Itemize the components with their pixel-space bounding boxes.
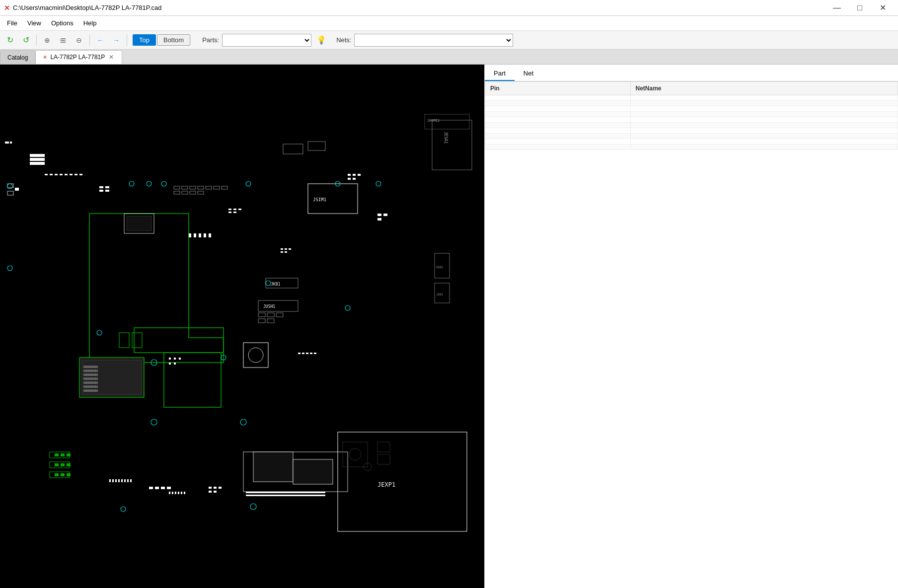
tab-schematic-icon: ✕ — [43, 54, 47, 61]
minimize-button[interactable]: — — [825, 0, 848, 16]
parts-select[interactable] — [222, 34, 311, 47]
maximize-button[interactable]: □ — [848, 0, 871, 16]
view-toggle: Top Bottom — [133, 34, 190, 46]
svg-rect-136 — [155, 487, 159, 489]
svg-rect-139 — [209, 487, 212, 489]
svg-text:JKB1: JKB1 — [271, 282, 280, 287]
tab-schematic-label: LA-7782P LA-7781P — [50, 54, 105, 61]
refresh2-button[interactable]: ↺ — [19, 33, 33, 47]
svg-rect-132 — [306, 353, 308, 354]
nets-label: Nets: — [336, 36, 351, 44]
part-net-tbody — [485, 95, 898, 150]
table-row — [485, 128, 898, 134]
tab-part[interactable]: Part — [485, 67, 515, 81]
svg-rect-125 — [281, 248, 283, 250]
nets-group: Nets: — [336, 34, 513, 47]
svg-rect-160 — [246, 492, 325, 493]
zoom-out-button[interactable]: ⊖ — [72, 33, 86, 47]
svg-rect-39 — [70, 174, 73, 175]
refresh-button[interactable]: ↻ — [3, 33, 17, 47]
svg-text:JEXP1: JEXP1 — [377, 481, 395, 488]
svg-rect-34 — [45, 174, 48, 175]
svg-rect-71 — [67, 463, 71, 466]
menu-options[interactable]: Options — [46, 17, 78, 29]
svg-rect-128 — [281, 251, 283, 253]
close-button[interactable]: ✕ — [871, 0, 894, 16]
toolbar: ↻ ↺ ⊕ ⊞ ⊖ ← → Top Bottom Parts: 💡 Nets: — [0, 31, 898, 50]
svg-text:████████████: ████████████ — [83, 369, 98, 372]
main-layout: JHDMI1 JESA1 JSIM1 — [0, 65, 898, 588]
svg-rect-0 — [0, 114, 484, 538]
canvas-area[interactable]: JHDMI1 JESA1 JSIM1 — [0, 65, 484, 588]
svg-rect-159 — [184, 492, 185, 494]
toolbar-separator-2 — [89, 34, 90, 46]
tab-schematic[interactable]: ✕ LA-7782P LA-7781P ✕ — [35, 50, 122, 64]
svg-rect-74 — [61, 473, 65, 476]
svg-rect-55 — [233, 212, 236, 213]
tab-net-label: Net — [524, 70, 533, 77]
svg-rect-63 — [377, 218, 381, 220]
svg-rect-46 — [189, 233, 191, 237]
table-row — [485, 139, 898, 145]
svg-rect-61 — [377, 214, 381, 216]
menu-view[interactable]: View — [22, 17, 46, 29]
parts-group: Parts: 💡 — [202, 33, 328, 47]
table-row — [485, 145, 898, 150]
svg-text:████████████: ████████████ — [83, 377, 98, 380]
svg-text:████████████: ████████████ — [83, 385, 98, 388]
svg-rect-53 — [238, 209, 241, 210]
bottom-view-button[interactable]: Bottom — [157, 34, 190, 46]
part-net-table: Pin NetName — [485, 81, 898, 150]
svg-text:U881: U881 — [436, 265, 444, 269]
zoom-in-button[interactable]: ⊕ — [40, 33, 54, 47]
svg-rect-143 — [214, 491, 217, 493]
svg-rect-151 — [124, 479, 126, 482]
svg-rect-73 — [55, 473, 59, 476]
svg-rect-44 — [99, 190, 103, 192]
svg-rect-13 — [30, 162, 45, 165]
menu-file[interactable]: File — [2, 17, 22, 29]
table-row — [485, 106, 898, 112]
top-view-button[interactable]: Top — [133, 34, 156, 46]
fit-button[interactable]: ⊞ — [56, 33, 70, 47]
svg-rect-12 — [30, 158, 45, 161]
tab-net[interactable]: Net — [515, 67, 542, 81]
svg-text:████████████: ████████████ — [83, 389, 98, 392]
svg-rect-156 — [175, 492, 176, 494]
svg-rect-137 — [161, 487, 165, 489]
svg-text:J881: J881 — [436, 293, 444, 296]
svg-rect-145 — [293, 459, 333, 484]
menu-help[interactable]: Help — [78, 17, 102, 29]
svg-rect-49 — [204, 233, 206, 237]
svg-rect-70 — [61, 463, 65, 466]
svg-text:JHDMI1: JHDMI1 — [427, 119, 440, 123]
svg-rect-152 — [127, 479, 129, 482]
svg-rect-127 — [289, 248, 291, 250]
svg-rect-16 — [15, 188, 19, 191]
titlebar: ✕ C:\Users\macmini\Desktop\LA-7782P LA-7… — [0, 0, 898, 16]
table-row — [485, 123, 898, 128]
col-netname: NetName — [630, 82, 898, 95]
svg-rect-134 — [314, 353, 316, 354]
forward-button[interactable]: → — [109, 33, 123, 47]
svg-rect-45 — [105, 190, 109, 192]
tab-close-button[interactable]: ✕ — [108, 54, 115, 61]
svg-text:████████████: ████████████ — [83, 381, 98, 384]
lightbulb-button[interactable]: 💡 — [314, 33, 328, 47]
svg-text:JESA1: JESA1 — [444, 132, 448, 144]
titlebar-controls: — □ ✕ — [825, 0, 894, 16]
svg-rect-40 — [75, 174, 77, 175]
svg-rect-142 — [209, 491, 212, 493]
svg-rect-158 — [181, 492, 182, 494]
svg-rect-59 — [348, 178, 351, 180]
svg-rect-58 — [358, 174, 361, 176]
svg-rect-28 — [174, 358, 176, 360]
svg-rect-37 — [60, 174, 63, 175]
nets-select[interactable] — [354, 34, 513, 47]
toolbar-separator-3 — [127, 34, 127, 46]
svg-rect-135 — [149, 487, 153, 489]
tab-catalog[interactable]: Catalog — [0, 50, 35, 64]
table-row — [485, 117, 898, 123]
right-content: Pin NetName — [485, 81, 898, 588]
back-button[interactable]: ← — [93, 33, 107, 47]
